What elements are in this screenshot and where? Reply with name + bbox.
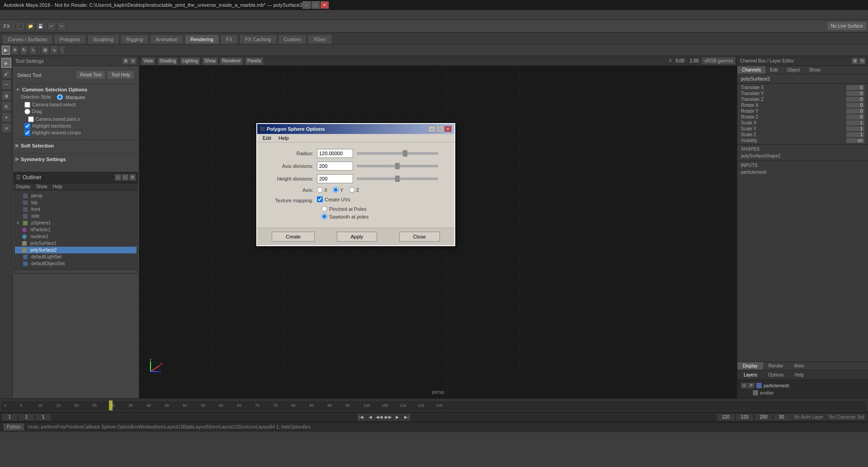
dialog-edit-menu[interactable]: Edit — [259, 135, 275, 141]
tab-rendering[interactable]: Rendering — [184, 34, 219, 44]
reset-tool-btn[interactable]: Reset Tool — [76, 71, 105, 79]
list-item[interactable]: defaultObjectSet — [15, 260, 137, 267]
play-fwd-btn[interactable]: ▶▶ — [384, 414, 392, 421]
toolbar-icon-1[interactable]: ⬛ — [16, 22, 25, 31]
scale-tool-btn[interactable]: ⤡ — [29, 46, 37, 55]
rotate-x-value[interactable]: 0 — [846, 103, 864, 108]
panels-menu-btn[interactable]: Panels — [245, 57, 264, 65]
list-item[interactable]: nucleus1 — [15, 233, 137, 240]
outliner-help-menu[interactable]: Help — [50, 183, 65, 190]
playback-end-input[interactable] — [736, 414, 754, 421]
close-btn[interactable]: Close — [399, 232, 440, 242]
axis-div-slider[interactable] — [357, 165, 438, 167]
options-tab[interactable]: Options — [764, 372, 787, 378]
tab-fx-caching[interactable]: FX Caching — [239, 34, 277, 44]
toolbar-icon-2[interactable]: 📁 — [26, 22, 35, 31]
curve-tool-btn[interactable]: 〜 — [1, 80, 11, 90]
apply-btn[interactable]: Apply — [337, 232, 377, 242]
outliner-display-menu[interactable]: Display — [13, 183, 33, 190]
select-mode-btn[interactable]: ▶ — [1, 58, 11, 68]
scale-z-value[interactable]: 1 — [846, 132, 864, 137]
frame-step-input[interactable] — [35, 414, 51, 421]
anim-tab-btn[interactable]: Anim — [789, 362, 810, 370]
axis-div-input[interactable] — [317, 162, 353, 171]
rigging-btn[interactable]: ⚙ — [1, 101, 11, 111]
sculpt-btn[interactable]: ◑ — [1, 91, 11, 100]
time-input[interactable] — [774, 414, 789, 421]
create-btn[interactable]: Create — [272, 232, 315, 242]
maximize-button[interactable]: □ — [311, 1, 320, 9]
outliner-close-btn[interactable]: ✕ — [129, 174, 136, 181]
layers-tab[interactable]: Layers — [740, 372, 761, 378]
soft-selection-title[interactable]: ▶ Soft Selection — [15, 143, 136, 148]
tab-rigging[interactable]: Rigging — [120, 34, 149, 44]
next-frame-btn[interactable]: ▶ — [393, 414, 401, 421]
snap-grid-btn[interactable]: ⊞ — [41, 46, 49, 55]
list-item[interactable]: persp — [15, 192, 137, 199]
start-frame-input[interactable] — [2, 414, 18, 421]
render-tab-btn[interactable]: Render — [763, 362, 789, 370]
dialog-maximize-btn[interactable]: □ — [436, 126, 443, 132]
tool-help-btn[interactable]: Tool Help — [107, 71, 134, 79]
select-tool-btn[interactable]: ▶ — [2, 46, 10, 55]
height-div-input[interactable] — [317, 174, 353, 183]
toolbar-icon-3[interactable]: 💾 — [36, 22, 45, 31]
tab-fx[interactable]: FX — [220, 34, 238, 44]
redo-btn[interactable]: ↪ — [57, 22, 66, 31]
sawtooth-radio[interactable] — [321, 214, 327, 219]
rotate-z-value[interactable]: 0 — [846, 114, 864, 119]
create-uvs-checkbox[interactable] — [317, 196, 323, 202]
fps-input[interactable] — [755, 414, 773, 421]
snap-curve-btn[interactable]: ∿ — [50, 46, 58, 55]
go-end-btn[interactable]: ▶| — [402, 414, 410, 421]
display-tab[interactable]: Display — [737, 362, 763, 370]
axis-z-radio[interactable] — [349, 187, 355, 193]
highlight-nearest-checkbox[interactable] — [24, 130, 30, 136]
snap-point-btn[interactable]: · — [59, 46, 65, 55]
show-menu-btn[interactable]: Show — [202, 57, 218, 65]
dialog-close-btn[interactable]: ✕ — [444, 126, 452, 132]
radius-slider[interactable] — [357, 152, 438, 155]
move-tool-btn[interactable]: ✛ — [11, 46, 19, 55]
visibility-value[interactable]: on — [846, 138, 864, 143]
shape-item[interactable]: polySurfaceShape2 — [741, 153, 864, 159]
scale-x-value[interactable]: 1 — [846, 120, 864, 125]
end-frame-input[interactable] — [717, 414, 735, 421]
dynamics-btn[interactable]: ≋ — [1, 123, 11, 133]
list-item[interactable]: side — [15, 213, 137, 219]
channel-box-close-btn[interactable]: ✕ — [859, 58, 865, 64]
help-tab[interactable]: Help — [791, 372, 807, 378]
camera-paint-checkbox[interactable] — [28, 116, 34, 122]
translate-y-value[interactable]: 0 — [846, 91, 864, 96]
layer-name-particlemesh[interactable]: particlemesh — [764, 383, 789, 388]
outliner-show-menu[interactable]: Show — [33, 183, 50, 190]
particles-btn[interactable]: ✦ — [1, 112, 11, 122]
list-item[interactable]: + pSphere1 — [15, 219, 137, 226]
prev-frame-btn[interactable]: ◀ — [366, 414, 374, 421]
shading-menu-btn[interactable]: Shading — [157, 57, 179, 65]
camera-based-checkbox[interactable] — [24, 102, 30, 108]
undo-btn[interactable]: ↩ — [47, 22, 56, 31]
p-layer-btn[interactable]: P — [748, 383, 755, 388]
vp-layer-btn[interactable]: V — [741, 383, 747, 388]
translate-x-value[interactable]: 0 — [846, 85, 864, 90]
list-item[interactable]: nParticle1 — [15, 226, 137, 233]
axis-y-radio[interactable] — [333, 187, 339, 193]
scale-y-value[interactable]: 1 — [846, 126, 864, 131]
edit-tab[interactable]: Edit — [765, 66, 782, 74]
close-button[interactable]: ✕ — [321, 1, 329, 9]
highlight-backfaces-checkbox[interactable] — [24, 123, 30, 129]
dialog-minimize-btn[interactable]: – — [428, 126, 435, 132]
current-frame-input[interactable] — [19, 414, 34, 421]
lighting-menu-btn[interactable]: Lighting — [180, 57, 200, 65]
tab-curves-surfaces[interactable]: Curves / Surfaces — [2, 34, 53, 44]
rotate-tool-btn[interactable]: ↻ — [20, 46, 28, 55]
timeline-ruler[interactable]: 1 5 10 15 20 25 30 35 40 45 50 55 60 65 … — [2, 400, 866, 410]
common-selection-title[interactable]: ▼ Common Selection Options — [15, 87, 136, 92]
tool-settings-float-btn[interactable]: ⊞ — [123, 58, 129, 64]
tab-custom[interactable]: Custom — [278, 34, 307, 44]
list-item[interactable]: defaultLightSet — [15, 253, 137, 260]
tool-settings-close-btn[interactable]: ✕ — [130, 58, 136, 64]
input-item[interactable]: particlemesh — [741, 169, 864, 175]
channel-box-float-btn[interactable]: ⊞ — [852, 58, 858, 64]
